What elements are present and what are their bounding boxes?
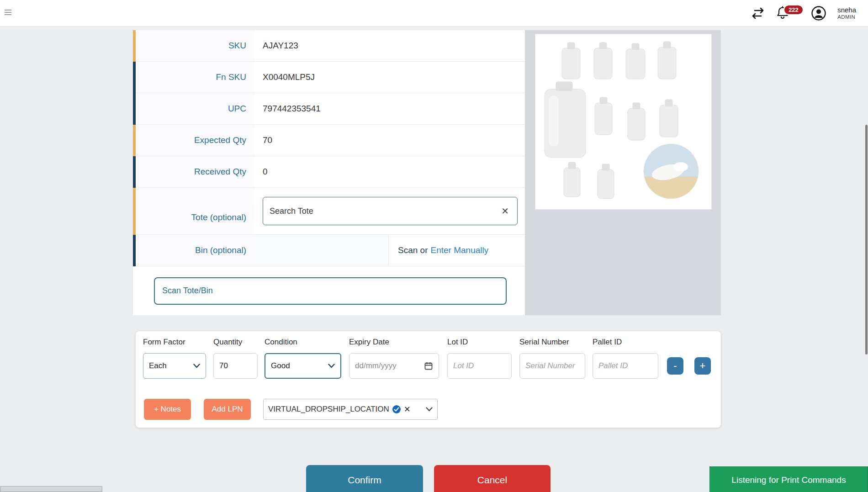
table-row-upc: UPC 797442353541 — [133, 93, 525, 125]
menu-icon[interactable] — [5, 10, 13, 16]
pallet-id-input[interactable] — [598, 361, 652, 370]
notifications-button[interactable]: 222 — [776, 5, 800, 21]
bin-scan-prefix: Scan or — [398, 245, 428, 255]
condition-select[interactable]: Good — [265, 353, 341, 379]
chevron-down-icon — [328, 364, 335, 368]
lot-id-label: Lot ID — [447, 338, 512, 347]
location-value: VIRTUAL_DROPSHIP_LOCATION — [268, 405, 389, 414]
serial-number-input[interactable] — [525, 361, 579, 370]
condition-label: Condition — [265, 338, 341, 347]
expected-qty-label: Expected Qty — [136, 125, 254, 156]
print-listener-banner: Listening for Print Commands — [709, 466, 868, 492]
form-factor-label: Form Factor — [143, 338, 206, 347]
user-info: sneha ADMIN — [837, 6, 856, 21]
cancel-button[interactable]: Cancel — [434, 465, 550, 492]
location-select[interactable]: VIRTUAL_DROPSHIP_LOCATION ✕ — [263, 399, 438, 420]
scrollbar-thumb[interactable] — [865, 125, 868, 354]
received-qty-value: 0 — [254, 156, 525, 188]
product-detail-table: SKU AJAY123 Fn SKU X0040MLP5J UPC 797442… — [133, 30, 525, 315]
tote-search-input[interactable] — [270, 206, 499, 216]
tote-label: Tote (optional) — [136, 188, 254, 235]
form-factor-value: Each — [149, 361, 167, 370]
notes-button[interactable]: + Notes — [144, 399, 191, 420]
upc-label: UPC — [136, 93, 254, 125]
table-row-bin: Bin (optional) Scan or Enter Manually — [133, 235, 525, 266]
lot-id-input[interactable] — [453, 361, 506, 370]
product-image — [535, 34, 711, 209]
decrement-button[interactable]: - — [667, 357, 683, 375]
expiry-date-label: Expiry Date — [349, 338, 439, 347]
table-row-fnsku: Fn SKU X0040MLP5J — [133, 62, 525, 93]
table-row-tote: Tote (optional) ✕ — [133, 188, 525, 235]
sku-label: SKU — [136, 30, 254, 62]
fnsku-value: X0040MLP5J — [254, 62, 525, 93]
expiry-date-input[interactable]: dd/mm/yyyy — [349, 353, 439, 379]
user-role: ADMIN — [837, 14, 856, 21]
quantity-input[interactable] — [219, 361, 252, 370]
scan-tote-bin-row — [133, 266, 525, 315]
increment-button[interactable]: + — [694, 357, 711, 375]
product-thumbnails-image — [535, 34, 711, 209]
check-badge-icon — [392, 405, 401, 414]
enter-manually-link[interactable]: Enter Manually — [430, 245, 488, 255]
scan-tote-bin-input[interactable] — [162, 286, 498, 296]
bin-scan-text: Scan or Enter Manually — [389, 245, 525, 255]
transfer-icon[interactable] — [751, 7, 765, 19]
table-row-received-qty: Received Qty 0 — [133, 156, 525, 188]
expiry-date-placeholder: dd/mm/yyyy — [355, 361, 397, 370]
serial-number-label: Serial Number — [519, 338, 585, 347]
header-actions: 222 sneha ADMIN — [751, 0, 856, 26]
clear-location-icon[interactable]: ✕ — [404, 404, 411, 414]
sku-value: AJAY123 — [254, 30, 525, 62]
add-lpn-button[interactable]: Add LPN — [204, 399, 251, 420]
quantity-label: Quantity — [213, 338, 258, 347]
upc-value: 797442353541 — [254, 93, 525, 125]
confirm-button[interactable]: Confirm — [306, 465, 423, 492]
partial-window — [0, 486, 102, 492]
tote-search-field: ✕ — [263, 197, 518, 225]
item-detail-card: Form Factor Each Quantity Condition Good… — [136, 331, 721, 428]
fnsku-label: Fn SKU — [136, 62, 254, 93]
notification-badge: 222 — [783, 5, 804, 15]
calendar-icon — [424, 361, 433, 370]
table-row-expected-qty: Expected Qty 70 — [133, 125, 525, 156]
bin-label: Bin (optional) — [136, 235, 254, 266]
condition-value: Good — [271, 361, 290, 370]
expected-qty-value: 70 — [254, 125, 525, 156]
clear-tote-icon[interactable]: ✕ — [499, 206, 511, 217]
received-qty-label: Received Qty — [136, 156, 254, 188]
chevron-down-icon[interactable] — [426, 407, 433, 412]
user-name: sneha — [837, 6, 856, 14]
bin-empty-cell — [254, 235, 389, 266]
table-row-sku: SKU AJAY123 — [133, 30, 525, 62]
avatar-icon[interactable] — [811, 5, 826, 21]
form-factor-select[interactable]: Each — [143, 353, 206, 379]
chevron-down-icon — [193, 364, 200, 368]
pallet-id-label: Pallet ID — [593, 338, 658, 347]
top-bar: 222 sneha ADMIN — [0, 0, 868, 26]
scan-tote-bin-field — [154, 277, 507, 305]
product-image-panel — [525, 30, 721, 315]
